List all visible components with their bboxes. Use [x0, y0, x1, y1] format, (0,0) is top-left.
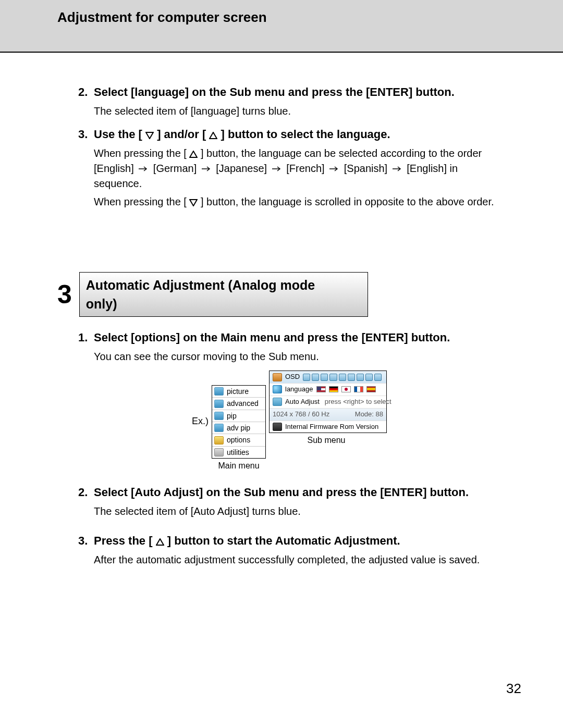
picture-icon — [214, 424, 224, 432]
osd-illustration: Ex.) picture advanced pip adv pip option… — [78, 371, 500, 472]
step-number: 3. — [78, 533, 94, 567]
picture-icon — [214, 400, 224, 408]
osd-row-firmware: Internal Firmware Rom Version — [270, 421, 386, 433]
svg-marker-0 — [146, 132, 153, 139]
svg-marker-2 — [190, 151, 197, 157]
sec3-step3-desc: After the automatic adjustment successfu… — [94, 552, 500, 567]
step-number: 2. — [78, 484, 94, 519]
osd-sub-menu: OSD language Auto Adjust — [269, 371, 387, 433]
triangle-up-icon — [156, 538, 164, 546]
osd-tab-icon — [357, 374, 364, 381]
arrow-right-icon — [202, 166, 211, 171]
step-3-desc-1: When pressing the [ ] button, the langua… — [94, 146, 500, 191]
menu-item-picture: picture — [212, 386, 265, 398]
osd-tab-icon — [321, 374, 328, 381]
sub-menu-column: OSD language Auto Adjust — [266, 371, 387, 446]
osd-main-menu: picture advanced pip adv pip options uti… — [212, 385, 266, 459]
step-2-language: 2. Select [language] on the Sub menu and… — [78, 84, 500, 119]
page-header: Adjustment for computer screen — [0, 0, 563, 53]
menu-item-options: options — [212, 434, 265, 446]
main-menu-caption: Main menu — [218, 460, 259, 472]
osd-row-language: language — [270, 384, 386, 396]
sub-menu-caption: Sub menu — [308, 434, 346, 446]
flag-de-icon — [329, 386, 338, 392]
section-number: 3 — [57, 276, 72, 314]
flag-jp-icon — [341, 386, 351, 392]
osd-tab-icon — [312, 374, 319, 381]
menu-item-advanced: advanced — [212, 398, 265, 410]
firmware-icon — [273, 423, 282, 431]
page-content: 2. Select [language] on the Sub menu and… — [0, 53, 563, 567]
step-3-select-language: 3. Use the [ ] and/or [ ] button to sele… — [78, 126, 500, 209]
picture-icon — [214, 387, 224, 396]
step-number: 2. — [78, 84, 94, 119]
arrow-right-icon — [139, 166, 148, 171]
sec3-step2-desc: The selected item of [Auto Adjust] turns… — [94, 504, 500, 519]
osd-row-resolution: 1024 x 768 / 60 Hz Mode: 88 — [270, 409, 386, 421]
step-number: 1. — [78, 329, 94, 364]
flag-us-icon — [316, 386, 326, 392]
step-number: 3. — [78, 126, 94, 209]
flag-fr-icon — [354, 386, 363, 392]
main-menu-column: picture advanced pip adv pip options uti… — [212, 371, 266, 472]
menu-item-utilities: utilities — [212, 447, 265, 458]
osd-icon — [273, 373, 282, 381]
svg-marker-8 — [190, 200, 197, 206]
svg-marker-9 — [156, 539, 164, 545]
utilities-icon — [214, 448, 224, 456]
triangle-up-icon — [189, 151, 198, 158]
triangle-down-icon — [189, 199, 198, 206]
osd-tab-icon — [374, 374, 382, 381]
osd-top-row: OSD — [270, 371, 386, 384]
osd-tab-icon — [348, 374, 355, 381]
triangle-down-icon — [145, 132, 154, 139]
triangle-up-icon — [209, 132, 217, 139]
osd-tab-icon — [329, 374, 337, 381]
menu-item-pip: pip — [212, 410, 265, 422]
page-title: Adjustment for computer screen — [57, 9, 563, 26]
menu-item-adv-pip: adv pip — [212, 422, 265, 434]
osd-tab-icon — [339, 374, 346, 381]
sec3-step-1: 1. Select [options] on the Main menu and… — [78, 329, 500, 364]
osd-tab-icon — [365, 374, 373, 381]
arrow-right-icon — [329, 166, 339, 171]
section-title: Automatic Adjustment (Analog mode only) — [79, 272, 368, 317]
adjust-icon — [273, 398, 282, 406]
section-3-header: 3 Automatic Adjustment (Analog mode only… — [57, 272, 500, 317]
arrow-right-icon — [272, 166, 282, 171]
flag-es-icon — [366, 386, 376, 392]
sec3-step-2: 2. Select [Auto Adjust] on the Sub menu … — [78, 484, 500, 519]
question-icon — [214, 436, 224, 445]
sec3-step-3: 3. Press the [ ] button to start the Aut… — [78, 533, 500, 567]
osd-row-auto-adjust: Auto Adjust press <right> to select — [270, 396, 386, 409]
arrow-right-icon — [393, 166, 402, 171]
svg-marker-1 — [210, 132, 217, 139]
step-2-desc: The selected item of [language] turns bl… — [94, 104, 500, 119]
manual-page: Adjustment for computer screen 2. Select… — [0, 0, 563, 728]
page-number: 32 — [506, 681, 521, 697]
sec3-step1-desc: You can see the cursor moving to the Sub… — [94, 349, 500, 364]
osd-tab-icon — [303, 374, 310, 381]
globe-icon — [273, 385, 282, 393]
step-3-desc-2: When pressing the [ ] button, the langua… — [94, 194, 500, 209]
example-label: Ex.) — [192, 414, 209, 428]
picture-icon — [214, 412, 224, 420]
